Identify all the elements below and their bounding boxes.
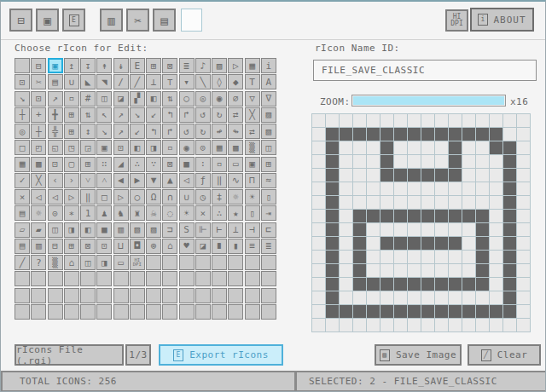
- pixel-cell[interactable]: [326, 182, 339, 195]
- pixel-cell[interactable]: [394, 291, 407, 304]
- icon-cell[interactable]: ⊠: [80, 239, 96, 254]
- pixel-cell[interactable]: [435, 196, 448, 209]
- pixel-cell[interactable]: [380, 155, 393, 168]
- icon-cell[interactable]: ▦: [245, 58, 260, 73]
- hidpi-toggle-button[interactable]: HI DPI: [445, 9, 468, 32]
- pixel-cell[interactable]: [312, 291, 325, 304]
- icon-cell[interactable]: ‖: [212, 173, 227, 188]
- icon-cell[interactable]: ▽: [245, 91, 260, 107]
- pixel-cell[interactable]: [408, 264, 421, 277]
- copy-icon-button[interactable]: ▥: [100, 9, 123, 32]
- icon-cell[interactable]: [96, 288, 112, 303]
- icon-cell[interactable]: [64, 271, 79, 286]
- pixel-cell[interactable]: [476, 305, 489, 318]
- pixel-cell[interactable]: [435, 169, 448, 182]
- pixel-cell[interactable]: [340, 305, 352, 318]
- icon-cell[interactable]: ∶: [195, 157, 211, 172]
- pixel-cell[interactable]: [517, 264, 530, 277]
- icon-cell[interactable]: ☼: [31, 205, 46, 221]
- icon-cell[interactable]: [15, 288, 30, 303]
- pixel-cell[interactable]: [408, 182, 421, 195]
- pixel-cell[interactable]: [435, 128, 448, 141]
- pixel-cell[interactable]: [408, 305, 421, 318]
- icon-cell[interactable]: [113, 288, 129, 303]
- pixel-cell[interactable]: [421, 169, 434, 182]
- pixel-cell[interactable]: [326, 128, 339, 141]
- pixel-cell[interactable]: [476, 319, 489, 331]
- icon-cell[interactable]: ∅: [228, 91, 243, 107]
- pixel-cell[interactable]: [394, 223, 407, 236]
- pixel-cell[interactable]: [340, 278, 352, 291]
- icon-cell[interactable]: ↗: [48, 91, 63, 107]
- icon-cell[interactable]: ♪: [195, 58, 211, 73]
- icon-cell[interactable]: ▮: [228, 239, 243, 254]
- icon-cell[interactable]: [96, 271, 112, 286]
- icon-cell[interactable]: ◁: [31, 189, 46, 205]
- icon-cell[interactable]: ┼: [15, 107, 30, 123]
- icon-cell[interactable]: ✓: [15, 173, 30, 188]
- pixel-cell[interactable]: [449, 155, 462, 168]
- icon-cell[interactable]: ⊥: [146, 74, 161, 89]
- pixel-cell[interactable]: [435, 223, 448, 236]
- icon-cell[interactable]: [228, 255, 243, 270]
- pixel-cell[interactable]: [517, 128, 530, 141]
- icon-cell[interactable]: [212, 304, 227, 320]
- pixel-cell[interactable]: [353, 223, 366, 236]
- icon-cell[interactable]: □: [15, 140, 30, 155]
- pixel-cell[interactable]: [449, 210, 462, 222]
- icon-cell[interactable]: ▣: [48, 58, 63, 73]
- icon-cell[interactable]: ⊡: [31, 91, 46, 107]
- icon-cell[interactable]: [130, 288, 145, 303]
- icon-cell[interactable]: [31, 304, 46, 320]
- icon-cell[interactable]: ╱: [130, 74, 145, 89]
- icon-cell[interactable]: [162, 304, 177, 320]
- icon-cell[interactable]: ▯: [261, 189, 276, 205]
- icon-cell[interactable]: □: [96, 189, 112, 205]
- pixel-cell[interactable]: [353, 264, 366, 277]
- icon-cell[interactable]: ↺: [195, 107, 211, 123]
- icon-cell[interactable]: ‡: [212, 189, 227, 205]
- icon-cell[interactable]: ◥: [96, 74, 112, 89]
- icon-cell[interactable]: ▼: [146, 173, 161, 188]
- pixel-cell[interactable]: [394, 251, 407, 263]
- pixel-cell[interactable]: [312, 196, 325, 209]
- pixel-cell[interactable]: [340, 128, 352, 141]
- icon-cell[interactable]: i: [261, 58, 276, 73]
- icon-cell[interactable]: ♟: [96, 205, 112, 221]
- icon-cell[interactable]: ⊞: [146, 58, 161, 73]
- pixel-cell[interactable]: [340, 114, 352, 127]
- icon-cell[interactable]: [261, 255, 276, 270]
- pixel-cell[interactable]: [476, 251, 489, 263]
- pixel-cell[interactable]: [476, 237, 489, 250]
- icon-cell[interactable]: [162, 255, 177, 270]
- icon-cell[interactable]: [245, 304, 260, 320]
- pixel-cell[interactable]: [462, 291, 475, 304]
- pixel-cell[interactable]: [503, 291, 516, 304]
- pixel-cell[interactable]: [367, 169, 380, 182]
- pixel-cell[interactable]: [380, 319, 393, 331]
- pixel-cell[interactable]: [449, 237, 462, 250]
- icon-cell[interactable]: ▶: [130, 173, 145, 188]
- pixel-cell[interactable]: [340, 155, 352, 168]
- icon-cell[interactable]: ◆: [228, 74, 243, 89]
- icon-cell[interactable]: ◲: [80, 140, 96, 155]
- icon-cell[interactable]: ◧: [130, 140, 145, 155]
- pixel-cell[interactable]: [490, 128, 502, 141]
- icon-cell[interactable]: [80, 271, 96, 286]
- pixel-cell[interactable]: [517, 141, 530, 154]
- pixel-cell[interactable]: [312, 128, 325, 141]
- icon-cell[interactable]: [96, 304, 112, 320]
- icon-cell[interactable]: ⊡: [96, 239, 112, 254]
- icon-cell[interactable]: ↺: [179, 124, 195, 139]
- icon-cell[interactable]: ⊤: [162, 74, 177, 89]
- ricons-file-button[interactable]: rIcons File (.rgi): [15, 344, 124, 366]
- about-button[interactable]: i ABOUT: [470, 8, 534, 32]
- pixel-cell[interactable]: [503, 305, 516, 318]
- icon-cell[interactable]: ◁: [48, 189, 63, 205]
- pixel-cell[interactable]: [312, 264, 325, 277]
- icon-cell[interactable]: ▦: [15, 157, 30, 172]
- pixel-cell[interactable]: [394, 210, 407, 222]
- icon-cell[interactable]: ▞: [130, 91, 145, 107]
- pixel-cell[interactable]: [435, 210, 448, 222]
- icon-cell[interactable]: ◉: [212, 91, 227, 107]
